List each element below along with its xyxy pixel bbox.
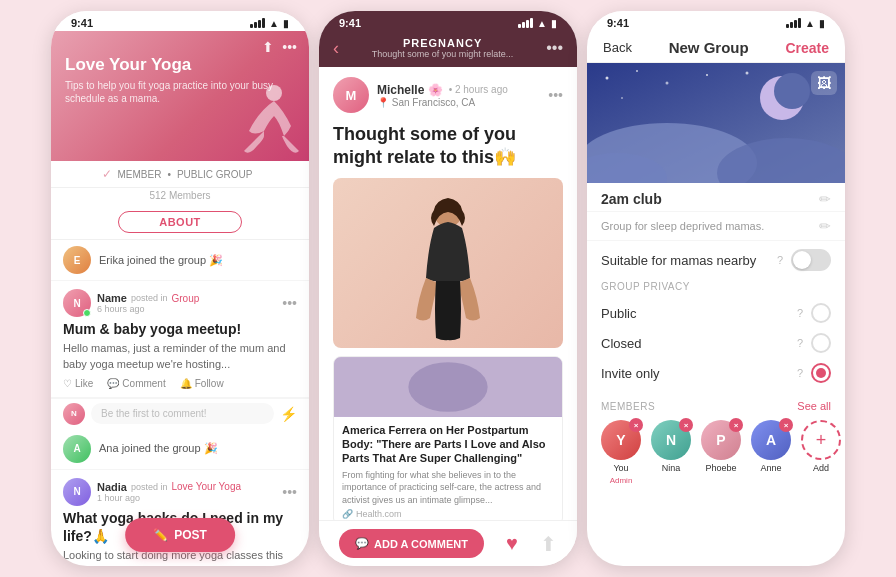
closed-radio[interactable] <box>811 333 831 353</box>
member-nina: N × Nina <box>651 420 691 473</box>
status-icons-3: ▲ ▮ <box>786 18 825 29</box>
edit-desc-icon[interactable]: ✏ <box>819 218 831 234</box>
status-icons-1: ▲ ▮ <box>250 18 289 29</box>
post-more-icon-1[interactable]: ••• <box>282 295 297 311</box>
woman-silhouette-icon <box>408 198 488 348</box>
nav-more-icon[interactable]: ••• <box>546 39 563 57</box>
privacy-public[interactable]: Public ? <box>601 298 831 328</box>
about-button[interactable]: ABOUT <box>118 211 242 233</box>
yoga-figure-icon <box>229 81 299 161</box>
time-1: 9:41 <box>71 17 93 29</box>
group-header-banner: ⬆ ••• Love Your Yoga Tips to help you fi… <box>51 31 309 161</box>
post-time-2: 1 hour ago <box>97 493 241 503</box>
avatar-anne: A × <box>751 420 791 460</box>
group-title: Love Your Yoga <box>65 55 295 75</box>
public-label: Public <box>601 306 789 321</box>
avatar-commenter: N <box>63 403 85 425</box>
members-section: MEMBERS See all Y × You Admin N × Nina <box>587 394 845 491</box>
invite-help-icon[interactable]: ? <box>797 367 803 379</box>
p2-article-preview[interactable]: America Ferrera on Her Postpartum Body: … <box>333 356 563 527</box>
p2-user-info: Michelle 🌸 • 2 hours ago 📍 San Francisco… <box>377 83 540 108</box>
svg-point-7 <box>666 82 669 85</box>
member-name-you: You <box>613 463 628 473</box>
create-button[interactable]: Create <box>785 40 829 56</box>
public-help-icon[interactable]: ? <box>797 307 803 319</box>
avatar-nadia: N <box>63 478 91 506</box>
post-body-1: Hello mamas, just a reminder of the mum … <box>63 341 297 372</box>
p2-bottom-bar: 💬 ADD A COMMENT ♥ ⬆ <box>319 520 577 566</box>
invite-only-radio[interactable] <box>811 363 831 383</box>
cover-image-upload-icon[interactable]: 🖼 <box>811 71 837 95</box>
battery-icon: ▮ <box>283 18 289 29</box>
signal-icon-3 <box>786 18 801 28</box>
verified-icon: ✓ <box>102 167 112 181</box>
post-more-icon-2[interactable]: ••• <box>282 484 297 500</box>
article-title: America Ferrera on Her Postpartum Body: … <box>342 423 554 466</box>
post-group-2: Love Your Yoga <box>172 481 242 492</box>
back-button-3[interactable]: Back <box>603 40 632 55</box>
phone-2: 9:41 ▲ ▮ ‹ PREGNANCY Thought some of you… <box>319 11 577 566</box>
see-all-button[interactable]: See all <box>797 400 831 412</box>
comment-input[interactable]: Be the first to comment! <box>91 403 274 424</box>
comment-button-1[interactable]: 💬 Comment <box>107 378 165 389</box>
dot-separator: • <box>167 169 171 180</box>
remove-badge-anne[interactable]: × <box>779 418 793 432</box>
privacy-invite-only[interactable]: Invite only ? <box>601 358 831 388</box>
wifi-icon-2: ▲ <box>537 18 547 29</box>
nearby-help-icon[interactable]: ? <box>777 254 783 266</box>
remove-badge-you[interactable]: × <box>629 418 643 432</box>
link-icon: 🔗 <box>342 509 353 519</box>
p2-post-header: M Michelle 🌸 • 2 hours ago 📍 San Francis… <box>319 67 577 119</box>
more-icon[interactable]: ••• <box>282 39 297 55</box>
phone-3: 9:41 ▲ ▮ Back New Group Create <box>587 11 845 566</box>
remove-badge-nina[interactable]: × <box>679 418 693 432</box>
comment-bubble-icon: 💬 <box>355 537 369 550</box>
battery-icon-2: ▮ <box>551 18 557 29</box>
post-meta-2: Nadia posted in Love Your Yoga 1 hour ag… <box>97 481 241 503</box>
member-bar: ✓ MEMBER • PUBLIC GROUP <box>51 161 309 188</box>
nav-subtitle: Thought some of you might relate... <box>347 49 538 59</box>
add-comment-button[interactable]: 💬 ADD A COMMENT <box>339 529 484 558</box>
p2-navigation: ‹ PREGNANCY Thought some of you might re… <box>319 31 577 67</box>
heart-button[interactable]: ♥ <box>506 532 518 555</box>
avatar-michelle: M <box>333 77 369 113</box>
wifi-icon-3: ▲ <box>805 18 815 29</box>
nav-category: PREGNANCY <box>347 37 538 49</box>
edit-name-icon[interactable]: ✏ <box>819 191 831 207</box>
back-button-2[interactable]: ‹ <box>333 38 339 59</box>
nearby-toggle[interactable] <box>791 249 831 271</box>
page-title-3: New Group <box>669 39 749 56</box>
signal-icon-2 <box>518 18 533 28</box>
p2-post-image <box>333 178 563 348</box>
closed-label: Closed <box>601 336 789 351</box>
cover-svg <box>587 63 845 183</box>
add-label: Add <box>813 463 829 473</box>
follow-button-1[interactable]: 🔔 Follow <box>180 378 224 389</box>
add-member-button[interactable]: + <box>801 420 841 460</box>
member-label: MEMBER <box>118 169 162 180</box>
like-button-1[interactable]: ♡ Like <box>63 378 93 389</box>
nearby-toggle-row: Suitable for mamas nearby ? <box>601 249 831 271</box>
add-member-item[interactable]: + Add <box>801 420 841 473</box>
member-name-anne: Anne <box>760 463 781 473</box>
comment-input-row: N Be the first to comment! ⚡ <box>51 398 309 429</box>
remove-badge-phoebe[interactable]: × <box>729 418 743 432</box>
post-button[interactable]: ✏️ POST <box>125 518 235 552</box>
group-cover-image: 🖼 <box>587 63 845 183</box>
post-more-icon-p2[interactable]: ••• <box>548 87 563 103</box>
svg-point-10 <box>746 72 749 75</box>
post-username-1: Name <box>97 292 127 304</box>
comment-icon: 💬 <box>107 378 119 389</box>
privacy-closed[interactable]: Closed ? <box>601 328 831 358</box>
avatar-erika: E <box>63 246 91 274</box>
members-row: Y × You Admin N × Nina P × Phoe <box>601 420 831 485</box>
group-description: Group for sleep deprived mamas. <box>601 220 819 232</box>
avatar-wrapper-2: N <box>63 478 91 506</box>
closed-help-icon[interactable]: ? <box>797 337 803 349</box>
share-icon[interactable]: ⬆ <box>262 39 274 55</box>
share-button[interactable]: ⬆ <box>540 532 557 556</box>
edit-icon: ✏️ <box>153 528 168 542</box>
article-text: From fighting for what she believes in t… <box>342 469 554 507</box>
public-radio[interactable] <box>811 303 831 323</box>
post-item-1: N Name posted in Group 6 hours ago ••• M… <box>51 281 309 398</box>
